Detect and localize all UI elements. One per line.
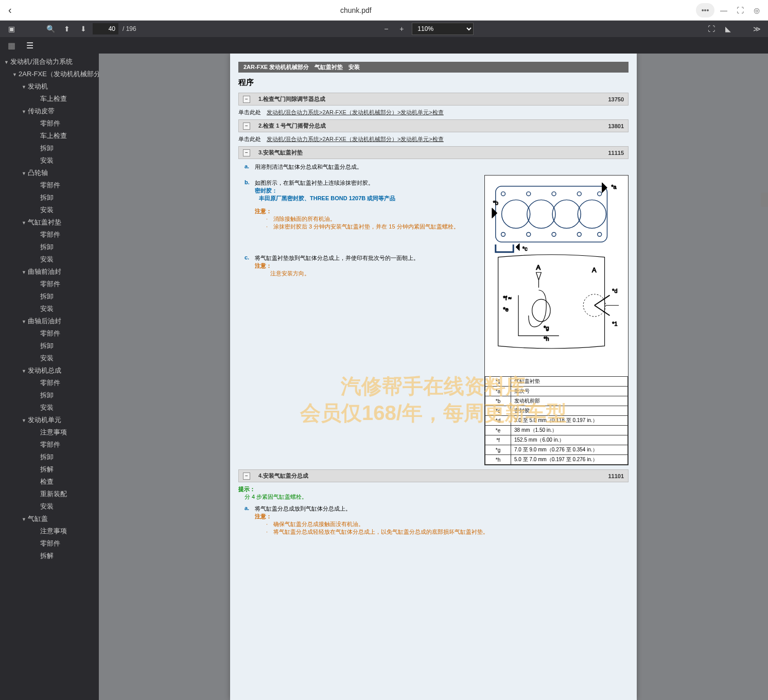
side-handle[interactable] [761, 192, 768, 207]
outline-item[interactable]: 检查 [0, 476, 99, 488]
collapse-icon[interactable]: − [243, 149, 250, 156]
outline-item[interactable]: 零部件 [0, 179, 99, 191]
bookmark-icon[interactable]: ◣ [721, 22, 735, 36]
collapse-icon[interactable]: − [243, 472, 250, 480]
outline-item[interactable]: ▼发动机/混合动力系统 [0, 56, 99, 68]
outline-item[interactable]: ▼曲轴后油封 [0, 315, 99, 327]
page-number-input[interactable] [93, 23, 118, 34]
outline-item[interactable]: ▼发动机单元 [0, 414, 99, 426]
outline-item[interactable]: ▼气缸盖 [0, 513, 99, 525]
svg-point-1 [502, 200, 530, 228]
presentation-icon[interactable]: ⛶ [704, 22, 719, 36]
window-titlebar: ‹ chunk.pdf ••• — ⛶ ◎ [0, 0, 768, 21]
outline-item[interactable]: 拆解 [0, 463, 99, 476]
pdf-viewport[interactable]: 2AR-FXE 发动机机械部分 气缸盖衬垫 安装 程序 − 1.检查气门间隙调节… [99, 54, 768, 700]
outline-item[interactable]: 拆卸 [0, 340, 99, 352]
outline-item[interactable]: 安装 [0, 253, 99, 266]
svg-point-5 [501, 192, 505, 196]
minimize-button[interactable]: — [717, 3, 731, 18]
nav-link-2[interactable]: 发动机/混合动力系统>2AR-FXE（发动机机械部分）>发动机单元>检查 [267, 136, 444, 142]
svg-text:*b: *b [493, 200, 498, 206]
svg-point-30 [583, 294, 605, 317]
outline-item[interactable]: 拆卸 [0, 142, 99, 154]
outline-item[interactable]: 注意事项 [0, 426, 99, 439]
outline-item[interactable]: ▼2AR-FXE（发动机机械部分） [0, 68, 99, 80]
thumbnails-tab-icon[interactable]: ▦ [4, 38, 19, 52]
outline-item[interactable]: 拆解 [0, 550, 99, 562]
outline-item[interactable]: 拆卸 [0, 191, 99, 204]
outline-item[interactable]: ▼气缸盖衬垫 [0, 216, 99, 229]
table-row: *e38 mm（1.50 in.） [485, 426, 628, 435]
nav-link-1[interactable]: 发动机/混合动力系统>2AR-FXE（发动机机械部分）>发动机单元>检查 [267, 109, 444, 115]
table-row: *h5.0 至 7.0 mm（0.197 至 0.276 in.） [485, 455, 628, 465]
outline-item[interactable]: 拆卸 [0, 389, 99, 401]
outline-item[interactable]: 拆卸 [0, 290, 99, 303]
svg-text:*g: *g [544, 325, 549, 331]
maximize-button[interactable]: ⛶ [733, 3, 747, 18]
outline-item[interactable]: 拆卸 [0, 241, 99, 253]
outline-item[interactable]: ▼曲轴前油封 [0, 266, 99, 278]
svg-marker-15 [602, 183, 607, 193]
svg-point-7 [552, 192, 556, 196]
substep-a: a. 用溶剂清洁气缸体分总成和气缸盖分总成。 [245, 163, 622, 171]
outline-item[interactable]: 车上检查 [0, 130, 99, 142]
search-icon[interactable]: 🔍 [43, 22, 58, 36]
outline-item[interactable]: 安装 [0, 500, 99, 513]
outline-item[interactable]: ▼发动机总成 [0, 364, 99, 377]
table-row: *a批次号 [485, 387, 628, 396]
svg-marker-19 [516, 243, 519, 251]
svg-point-13 [577, 232, 581, 236]
svg-point-4 [578, 200, 606, 228]
outline-item[interactable]: 零部件 [0, 229, 99, 241]
back-button[interactable]: ‹ [4, 2, 16, 18]
outline-item[interactable]: 安装 [0, 204, 99, 216]
outline-tab-icon[interactable]: ☰ [23, 38, 37, 52]
svg-text:*h: *h [544, 336, 549, 342]
outline-item[interactable]: 安装 [0, 401, 99, 414]
link-row-2: 单击此处 发动机/混合动力系统>2AR-FXE（发动机机械部分）>发动机单元>检… [238, 135, 629, 143]
outline-item[interactable]: 零部件 [0, 327, 99, 340]
outline-item[interactable]: 重新装配 [0, 488, 99, 500]
svg-text:*c: *c [522, 246, 528, 252]
table-row: *b发动机前部 [485, 396, 628, 406]
hint-block: 提示： 分 4 步紧固气缸盖螺栓。 [238, 485, 629, 501]
svg-point-6 [527, 192, 531, 196]
collapse-icon[interactable]: − [243, 122, 250, 130]
outline-item[interactable]: 零部件 [0, 278, 99, 290]
outline-sidebar: ▼发动机/混合动力系统▼2AR-FXE（发动机机械部分）▼发动机车上检查▼传动皮… [0, 54, 99, 700]
page-down-icon[interactable]: ⬇ [76, 22, 91, 36]
document-title: chunk.pdf [16, 6, 696, 14]
svg-point-8 [577, 192, 581, 196]
tools-icon[interactable]: ≫ [749, 22, 764, 36]
sidebar-toggle-icon[interactable]: ▣ [4, 22, 19, 36]
outline-item[interactable]: 零部件 [0, 439, 99, 451]
collapse-icon[interactable]: − [243, 96, 250, 103]
outline-item[interactable]: ▼发动机 [0, 80, 99, 93]
svg-point-24 [532, 299, 550, 321]
outline-item[interactable]: ▼传动皮带 [0, 105, 99, 117]
target-button[interactable]: ◎ [749, 3, 764, 18]
zoom-out-icon[interactable]: − [379, 22, 393, 36]
svg-marker-22 [536, 272, 542, 280]
svg-point-2 [527, 200, 555, 228]
outline-item[interactable]: 零部件 [0, 537, 99, 550]
outline-item[interactable]: 注意事项 [0, 525, 99, 537]
outline-item[interactable]: 拆卸 [0, 451, 99, 463]
substep-b: b. 如图所示，在新气缸盖衬垫上连续涂抹密封胶。 密封胶： 丰田原厂黑密封胶、T… [245, 179, 464, 231]
outline-item[interactable]: 零部件 [0, 117, 99, 130]
zoom-select[interactable]: 110% [412, 23, 474, 35]
page-up-icon[interactable]: ⬆ [60, 22, 74, 36]
svg-text:*1: *1 [612, 321, 617, 327]
outline-item[interactable]: 零部件 [0, 377, 99, 389]
outline-item[interactable]: ▼凸轮轴 [0, 167, 99, 179]
table-row: *d3.0 至 5.0 mm（0.118 至 0.197 in.） [485, 416, 628, 426]
more-button[interactable]: ••• [696, 3, 714, 18]
outline-item[interactable]: 安装 [0, 154, 99, 167]
svg-point-10 [501, 232, 505, 236]
outline-item[interactable]: 车上检查 [0, 93, 99, 105]
outline-item[interactable]: 安装 [0, 352, 99, 364]
page-total: / 196 [123, 25, 136, 32]
zoom-in-icon[interactable]: + [394, 22, 409, 36]
outline-item[interactable]: 安装 [0, 303, 99, 315]
svg-point-12 [552, 232, 556, 236]
